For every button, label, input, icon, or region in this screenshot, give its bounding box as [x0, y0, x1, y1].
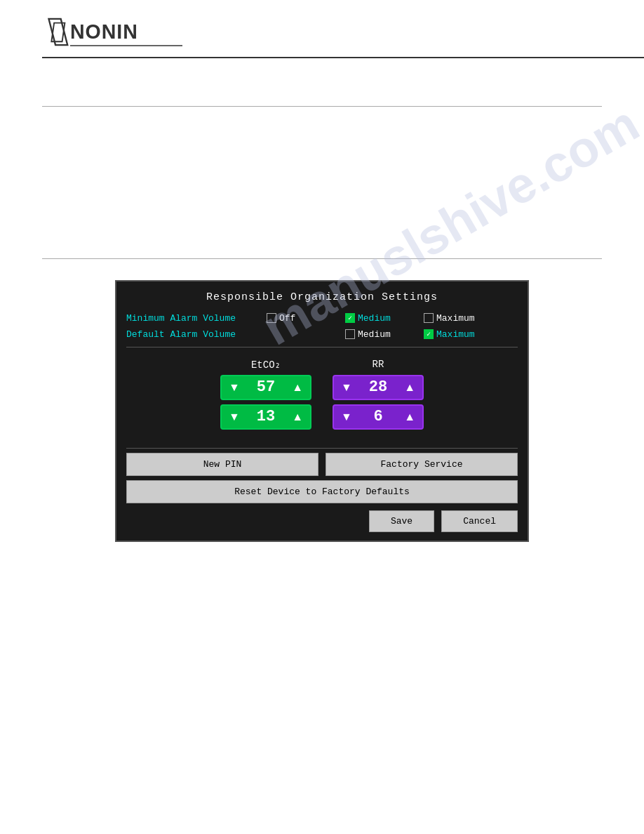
- dialog-separator-1: [126, 347, 518, 348]
- min-alarm-off-label: Off: [279, 313, 295, 324]
- settings-dialog: Responsible Organization Settings Minimu…: [115, 280, 529, 542]
- rr-header: RR: [333, 359, 424, 371]
- default-alarm-medium-label: Medium: [358, 329, 391, 340]
- rr-top-down-btn[interactable]: ▼: [338, 382, 355, 393]
- logo-container: NONIN: [42, 13, 182, 51]
- min-alarm-off-checkbox[interactable]: [267, 313, 276, 323]
- etco2-top-down-btn[interactable]: ▼: [226, 382, 243, 393]
- factory-service-button[interactable]: Factory Service: [326, 453, 518, 476]
- default-alarm-maximum[interactable]: Maximum: [424, 329, 494, 340]
- etco2-top-up-btn[interactable]: ▲: [289, 382, 306, 393]
- min-alarm-options: Off Medium Maximum: [267, 313, 518, 324]
- default-alarm-row: Default Alarm Volume Medium Maximum: [116, 326, 528, 343]
- new-pin-button[interactable]: New PIN: [126, 453, 318, 476]
- dialog-title: Responsible Organization Settings: [116, 282, 528, 310]
- cancel-button[interactable]: Cancel: [441, 510, 518, 532]
- spinners-bottom-row: ▼ 13 ▲ ▼ 6 ▲: [220, 404, 424, 430]
- svg-text:NONIN: NONIN: [70, 21, 138, 44]
- dialog-separator-2: [126, 448, 518, 449]
- min-alarm-row: Minimum Alarm Volume Off Medium Maximum: [116, 310, 528, 326]
- default-alarm-maximum-label: Maximum: [436, 329, 475, 340]
- etco2-bottom-down-btn[interactable]: ▼: [226, 411, 243, 423]
- default-alarm-maximum-checkbox[interactable]: [424, 329, 434, 339]
- rr-top-value: 28: [361, 378, 396, 396]
- etco2-bottom-spinner: ▼ 13 ▲: [220, 404, 311, 430]
- etco2-top-spinner: ▼ 57 ▲: [220, 375, 311, 400]
- rr-top-up-btn[interactable]: ▲: [401, 382, 418, 393]
- min-alarm-maximum-checkbox[interactable]: [424, 313, 434, 323]
- reset-wrapper: Reset Device to Factory Defaults: [116, 480, 528, 508]
- default-alarm-medium[interactable]: Medium: [345, 329, 415, 340]
- min-alarm-maximum[interactable]: Maximum: [424, 313, 494, 324]
- nonin-logo: NONIN: [42, 13, 182, 51]
- min-alarm-medium[interactable]: Medium: [345, 313, 415, 324]
- rr-top-spinner: ▼ 28 ▲: [333, 375, 424, 400]
- rr-bottom-down-btn[interactable]: ▼: [338, 411, 355, 423]
- min-alarm-label: Minimum Alarm Volume: [126, 313, 267, 324]
- reset-button[interactable]: Reset Device to Factory Defaults: [126, 480, 518, 503]
- dialog-wrapper: Responsible Organization Settings Minimu…: [42, 280, 602, 542]
- etco2-top-value: 57: [248, 378, 283, 396]
- spinners-section: EtCO₂ RR ▼ 57 ▲ ▼ 28 ▲: [116, 352, 528, 444]
- pin-factory-row: New PIN Factory Service: [116, 453, 528, 480]
- header: NONIN: [0, 0, 644, 51]
- default-alarm-label: Default Alarm Volume: [126, 329, 267, 340]
- min-alarm-maximum-label: Maximum: [436, 313, 475, 324]
- save-button[interactable]: Save: [369, 510, 434, 532]
- etco2-header: EtCO₂: [220, 359, 311, 371]
- content-divider-1: [42, 106, 602, 107]
- default-alarm-options: Medium Maximum: [267, 329, 518, 340]
- default-alarm-medium-checkbox[interactable]: [345, 329, 355, 339]
- rr-bottom-value: 6: [361, 408, 396, 425]
- min-alarm-medium-label: Medium: [358, 313, 391, 324]
- spinners-top-row: ▼ 57 ▲ ▼ 28 ▲: [220, 375, 424, 400]
- etco2-bottom-up-btn[interactable]: ▲: [289, 411, 306, 423]
- rr-bottom-up-btn[interactable]: ▲: [401, 411, 418, 423]
- save-cancel-row: Save Cancel: [116, 508, 528, 541]
- min-alarm-medium-checkbox[interactable]: [345, 313, 355, 323]
- etco2-bottom-value: 13: [248, 408, 283, 425]
- spinner-headers: EtCO₂ RR: [126, 359, 518, 371]
- content-divider-2: [42, 258, 602, 259]
- main-content: Responsible Organization Settings Minimu…: [0, 58, 644, 556]
- rr-bottom-spinner: ▼ 6 ▲: [333, 404, 424, 430]
- min-alarm-off[interactable]: Off: [267, 313, 337, 324]
